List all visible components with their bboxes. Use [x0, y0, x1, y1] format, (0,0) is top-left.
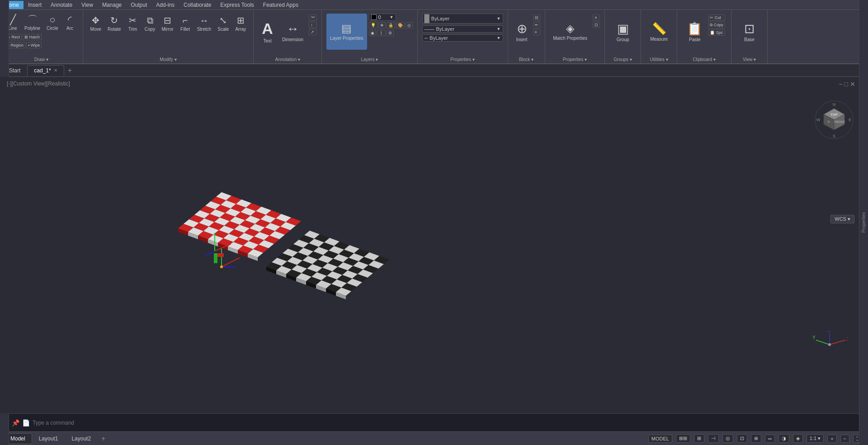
quick-select-button[interactable]: ⊡ — [593, 22, 600, 28]
osnap-btn[interactable]: ⊡ — [737, 434, 747, 443]
annotation-scale-btn[interactable]: 1:1 ▾ — [807, 434, 824, 443]
ribbon-draw-section: ╱ Line ⌒ Polyline ○ Circle ◜ Arc — [0, 10, 83, 63]
layer-freeze-button[interactable]: ❄ — [378, 22, 386, 28]
utilities-section-label: Utilities ▾ — [650, 57, 668, 62]
base-button[interactable]: ⊡ Base — [741, 14, 758, 50]
match-properties-button[interactable]: ◈ Match Properties — [550, 14, 591, 50]
snap-btn[interactable]: ⊞ — [694, 434, 704, 443]
grid-display-btn[interactable]: ⊞⊞ — [676, 434, 690, 443]
viewport[interactable]: [-][Custom View][Realistic] − □ ✕ N E S … — [0, 77, 868, 413]
ribbon-modify-section: ✥ Move ↻ Rotate ✂ Trim ⧉ Copy ⊟ Mirror — [83, 10, 254, 63]
selection-btn[interactable]: ◈ — [793, 434, 803, 443]
mirror-icon: ⊟ — [164, 15, 171, 26]
modify-array-button[interactable]: ⊞ Array — [232, 14, 249, 33]
copy-button[interactable]: ⧉ Copy — [708, 22, 725, 28]
ribbon-properties-section: █ ByLayer ▼ —— ByLayer ▼ ─ ByLayer ▼ Pro… — [418, 10, 508, 63]
bylayer-lineweight-dropdown[interactable]: ─ ByLayer ▼ — [422, 34, 503, 42]
text-icon: A — [262, 20, 273, 38]
measure-button[interactable]: 📏 Measure — [646, 14, 671, 50]
menu-output[interactable]: Output — [126, 1, 151, 9]
menu-collaborate[interactable]: Collaborate — [179, 1, 216, 9]
modify-stretch-button[interactable]: ↔ Stretch — [194, 14, 214, 33]
otrack-btn[interactable]: ⊕ — [751, 434, 761, 443]
annotation-dimension-button[interactable]: ↔ Dimension — [278, 14, 307, 50]
layer-isolate-button[interactable]: ◎ — [406, 22, 413, 28]
layer-on-button[interactable]: 💡 — [369, 22, 377, 28]
tab-close-icon[interactable]: ✕ — [54, 68, 57, 73]
modify-rotate-button[interactable]: ↻ Rotate — [105, 14, 123, 33]
layer-settings-button[interactable]: ⚙ — [387, 30, 394, 36]
draw-circle-button[interactable]: ○ Circle — [44, 14, 61, 32]
command-file-icon[interactable]: 📄 — [22, 419, 30, 426]
modify-fillet-button[interactable]: ⌐ Fillet — [177, 14, 193, 33]
ribbon-groups-section: ▣ Group Groups ▾ — [605, 10, 641, 63]
command-pin-icon[interactable]: 📌 — [12, 419, 19, 426]
menu-view[interactable]: View — [77, 1, 98, 9]
paste-button[interactable]: 📋 Paste — [683, 14, 706, 50]
menu-addins[interactable]: Add-ins — [151, 1, 179, 9]
menu-manage[interactable]: Manage — [98, 1, 126, 9]
hatch-button[interactable]: ⊠ Hatch — [23, 34, 42, 40]
menu-annotate[interactable]: Annotate — [46, 1, 77, 9]
modify-scale-button[interactable]: ⤡ Scale — [215, 14, 231, 33]
modify-trim-button[interactable]: ✂ Trim — [125, 14, 141, 33]
layer-walk-button[interactable]: 🚶 — [377, 30, 386, 36]
tab-layout1[interactable]: Layout1 — [32, 433, 65, 444]
model-status-btn[interactable]: MODEL — [648, 435, 672, 443]
zoom-in-btn[interactable]: + — [827, 435, 836, 443]
draw-arc-button[interactable]: ◜ Arc — [62, 14, 78, 32]
document-tab-bar: Start cad_1* ✕ + — [0, 64, 868, 77]
modify-move-button[interactable]: ✥ Move — [88, 14, 104, 33]
ribbon-clipboard-section: 📋 Paste ✂ Cut ⧉ Copy 📋 Spc Clipboard ▾ — [677, 10, 731, 63]
layer-unisolate-button[interactable]: ◉ — [369, 30, 376, 36]
paste-special-button[interactable]: 📋 Spc — [708, 29, 725, 36]
menu-express[interactable]: Express Tools — [216, 1, 258, 9]
lineweight-btn[interactable]: ═ — [765, 435, 775, 443]
zoom-out-btn[interactable]: − — [840, 435, 849, 443]
create-block-button[interactable]: ⊟ — [533, 14, 540, 21]
ortho-btn[interactable]: ⊣ — [708, 434, 719, 443]
layer-lock-button[interactable]: 🔒 — [387, 22, 395, 28]
fillet-icon: ⌐ — [183, 15, 188, 26]
linear-dim-button[interactable]: ↕ — [309, 22, 317, 28]
annotation-section-label: Annotation ▾ — [275, 57, 300, 62]
status-bar-right: MODEL ⊞⊞ ⊞ ⊣ ◎ ⊡ ⊕ ═ ◑ ◈ 1:1 ▾ + − ⛶ — [648, 434, 864, 443]
properties-panel-label: Properties — [861, 212, 866, 233]
command-line: ⊞ 📌 📄 ▲ — [0, 413, 868, 431]
group-button[interactable]: ▣ Group — [613, 14, 633, 50]
command-input[interactable] — [33, 420, 855, 426]
tab-add-button[interactable]: + — [64, 65, 75, 76]
modify-mirror-button[interactable]: ⊟ Mirror — [159, 14, 176, 33]
menu-insert[interactable]: Insert — [24, 1, 46, 9]
layout-add-button[interactable]: + — [98, 433, 109, 445]
trim-icon: ✂ — [129, 15, 137, 26]
transparency-btn[interactable]: ◑ — [778, 434, 789, 443]
tab-layout2[interactable]: Layout2 — [65, 433, 98, 444]
matchprop-section-label: Properties ▾ — [563, 57, 587, 62]
block-insert-button[interactable]: ⊕ Insert — [513, 14, 531, 50]
block-section-label: Block ▾ — [519, 57, 533, 62]
match-prop-icon: ◈ — [566, 22, 574, 35]
annotation-text-button[interactable]: A Text — [258, 14, 277, 50]
cut-button[interactable]: ✂ Cut — [708, 14, 725, 21]
edit-block-button[interactable]: ✏ — [533, 22, 540, 28]
layer-properties-icon: ▤ — [341, 22, 352, 35]
layer-color-btn[interactable]: 🎨 — [396, 22, 405, 28]
wipeout-button[interactable]: ▪ Wipe — [26, 42, 42, 48]
multiline-text-button[interactable]: ⌤ — [309, 14, 317, 21]
ribbon: ╱ Line ⌒ Polyline ○ Circle ◜ Arc — [0, 10, 868, 64]
modify-copy-button[interactable]: ⧉ Copy — [142, 14, 158, 33]
content-area: Layer Properties Manager [-][Custom View… — [0, 77, 868, 413]
polar-btn[interactable]: ◎ — [722, 434, 733, 443]
draw-polyline-button[interactable]: ⌒ Polyline — [22, 14, 43, 32]
define-attr-button[interactable]: ≡ — [533, 29, 540, 35]
layer-properties-button[interactable]: ▤ Layer Properties — [326, 14, 367, 50]
tab-cad1[interactable]: cad_1* ✕ — [27, 65, 64, 76]
bylayer-linetype-dropdown[interactable]: —— ByLayer ▼ — [422, 25, 503, 33]
properties-panel-button[interactable]: ≡ — [593, 14, 600, 21]
bylayer-color-dropdown[interactable]: █ ByLayer ▼ — [422, 14, 503, 24]
menu-featured[interactable]: Featured Apps — [259, 1, 303, 9]
leader-button[interactable]: ↗ — [309, 29, 317, 35]
right-sidebar[interactable]: Properties — [859, 77, 868, 413]
layer-color-dropdown[interactable]: 0 ▼ — [369, 14, 396, 21]
